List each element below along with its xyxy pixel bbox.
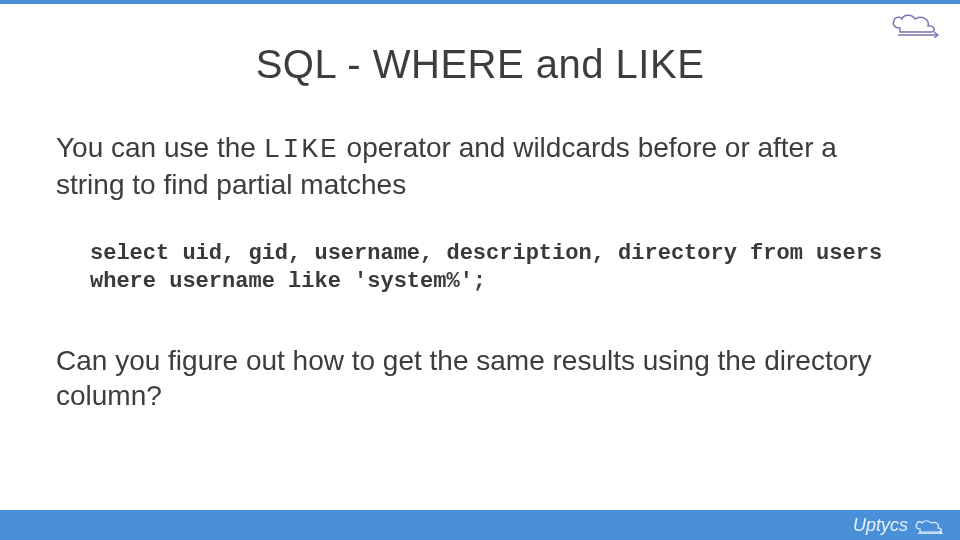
question-paragraph: Can you figure out how to get the same r…	[56, 343, 904, 413]
footer-accent-bar	[0, 510, 960, 540]
cloud-small-icon	[912, 518, 946, 534]
intro-text-pre: You can use the	[56, 132, 264, 163]
slide-body: You can use the LIKE operator and wildca…	[56, 130, 904, 413]
cloud-icon	[888, 10, 944, 38]
intro-paragraph: You can use the LIKE operator and wildca…	[56, 130, 904, 202]
slide: SQL - WHERE and LIKE You can use the LIK…	[0, 0, 960, 540]
brand-text: Uptycs	[853, 515, 908, 536]
slide-title: SQL - WHERE and LIKE	[0, 42, 960, 87]
like-operator: LIKE	[264, 134, 339, 165]
brand-label: Uptycs	[853, 515, 946, 536]
sql-code-block: select uid, gid, username, description, …	[90, 240, 904, 295]
top-accent-bar	[0, 0, 960, 4]
